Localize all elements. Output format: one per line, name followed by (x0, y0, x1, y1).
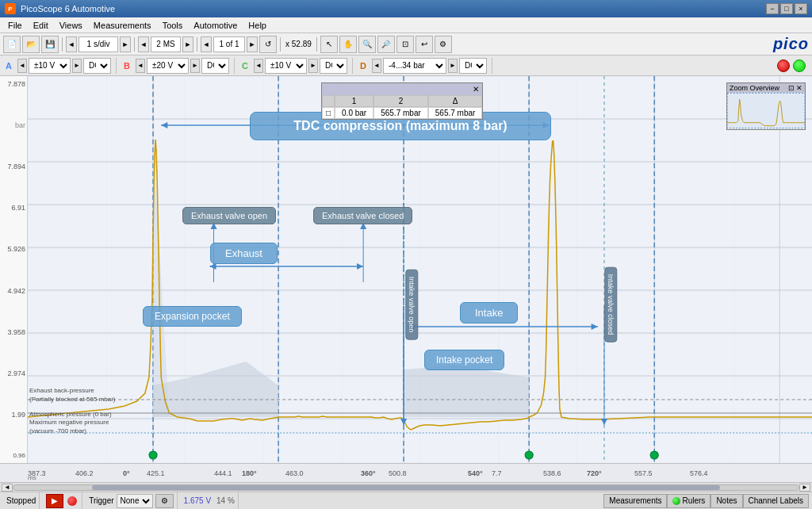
scroll-right[interactable]: ► (799, 484, 810, 492)
page-next[interactable]: ► (247, 36, 258, 52)
timebase-next[interactable]: ► (120, 36, 131, 52)
pico-logo: pico (773, 35, 809, 53)
ch-c-left[interactable]: ◄ (254, 59, 263, 73)
trigger-settings[interactable]: ⚙ (155, 494, 174, 508)
ch-d-right[interactable]: ► (448, 59, 458, 73)
samples-input[interactable]: 2 MS (151, 36, 181, 52)
play-button[interactable]: ▶ (46, 494, 63, 508)
chart-scrollbar[interactable]: ◄ ► (0, 482, 812, 492)
scroll-left[interactable]: ◄ (2, 484, 13, 492)
timebase-input[interactable]: 1 s/div (79, 36, 118, 52)
menu-tools[interactable]: Tools (158, 19, 188, 32)
svg-point-46 (149, 451, 157, 459)
y-label-0: 7.878 (2, 80, 25, 88)
minimize-button[interactable]: − (766, 3, 779, 14)
page-input[interactable]: 1 of 1 (213, 36, 245, 52)
new-button[interactable]: 📄 (3, 36, 21, 53)
ruler-popup: ✕ 1 2 Δ □ 0.0 bar 565.7 mbar 565.7 mbar (321, 82, 483, 120)
ch-a-voltage[interactable]: ±10 V (29, 58, 71, 74)
x-tick-180deg: 180° (242, 469, 257, 477)
x-tick-0deg: 0° (123, 469, 130, 477)
zoom-overview-panel: Zoom Overview ⊡ ✕ (726, 82, 806, 130)
ch-c-voltage[interactable]: ±10 V (265, 58, 307, 74)
zoom-out[interactable]: 🔎 (377, 36, 395, 53)
ruler-col0 (322, 95, 335, 107)
timebase-prev[interactable]: ◄ (66, 36, 77, 52)
x-tick-406: 406.2 (75, 469, 94, 477)
settings[interactable]: ⚙ (435, 36, 452, 53)
ruler-col1: 1 (335, 95, 373, 107)
save-button[interactable]: 💾 (41, 36, 59, 53)
channel-c-label: C (239, 61, 252, 71)
zoom-fit[interactable]: ⊡ (396, 36, 414, 53)
channel-labels-tab[interactable]: Channel Labels (743, 494, 810, 508)
menu-edit[interactable]: Edit (29, 19, 53, 32)
led-green[interactable] (793, 59, 806, 72)
expansion-annotation: Expansion pocket (143, 306, 242, 327)
ruler-val3: 565.7 mbar (428, 107, 483, 119)
trigger-select[interactable]: None (117, 494, 153, 508)
ch-b-right[interactable]: ► (190, 59, 200, 73)
ch-a-right[interactable]: ► (72, 59, 82, 73)
y-label-6: 2.974 (2, 369, 25, 377)
main-chart-area: 7.878 bar 7.894 6.91 5.926 4.942 3.958 2… (0, 76, 812, 463)
channel-b-label: B (121, 61, 134, 71)
x-tick-500: 500.8 (389, 469, 407, 477)
separator-1 (62, 37, 63, 52)
zoom-title: Zoom Overview (730, 84, 779, 92)
maximize-button[interactable]: □ (780, 3, 793, 14)
ch-b-coupling[interactable]: DC (201, 58, 229, 74)
ch-c-coupling[interactable]: DC (320, 58, 347, 74)
ruler-row-label: □ (322, 107, 335, 119)
zoom-close[interactable]: ✕ (796, 84, 802, 92)
ch-d-voltage[interactable]: -4...34 bar (383, 58, 446, 74)
x-tick-538: 538.6 (543, 469, 561, 477)
samples-prev[interactable]: ◄ (138, 36, 149, 52)
menu-measurements[interactable]: Measurements (89, 19, 156, 32)
scrollbar-track[interactable] (13, 484, 799, 491)
led-red[interactable] (777, 59, 790, 72)
rulers-tab[interactable]: Rulers (667, 494, 710, 508)
zoom-in[interactable]: 🔍 (358, 36, 376, 53)
exhaust-valve-closed-annotation: Exhaust valve closed (313, 207, 412, 224)
ch-d-left[interactable]: ◄ (372, 59, 381, 73)
menu-automotive[interactable]: Automotive (189, 19, 242, 32)
ruler-close[interactable]: ✕ (473, 85, 479, 94)
samples-next[interactable]: ► (182, 36, 193, 52)
undo-zoom[interactable]: ↩ (416, 36, 433, 53)
scrollbar-thumb[interactable] (92, 485, 720, 490)
ch-a-left[interactable]: ◄ (17, 59, 27, 73)
close-button[interactable]: × (795, 3, 807, 14)
title-bar: P PicoScope 6 Automotive − □ × (0, 0, 812, 17)
cursor-select[interactable]: ↖ (320, 36, 338, 53)
refresh-button[interactable]: ↺ (259, 36, 277, 53)
y-label-5: 3.958 (2, 328, 25, 336)
zoom-panel-body (727, 93, 805, 128)
open-button[interactable]: 📂 (22, 36, 40, 53)
zoom-detach[interactable]: ⊡ (788, 84, 795, 92)
cursor-hand[interactable]: ✋ (339, 36, 357, 53)
ruler-header[interactable]: ✕ (322, 83, 482, 95)
measurements-tab[interactable]: Measurements (603, 494, 667, 508)
toolbar: 📄 📂 💾 ◄ 1 s/div ► ◄ 2 MS ► ◄ 1 of 1 ► ↺ … (0, 33, 812, 55)
channel-d-label: D (358, 61, 370, 71)
separator-2 (134, 37, 135, 52)
ch-b-voltage[interactable]: ±20 V (147, 58, 189, 74)
menu-views[interactable]: Views (55, 19, 87, 32)
notes-tab[interactable]: Notes (710, 494, 742, 508)
ch-c-right[interactable]: ► (308, 59, 318, 73)
x-tick-720deg: 720° (587, 469, 602, 477)
chart-canvas[interactable]: ✕ 1 2 Δ □ 0.0 bar 565.7 mbar 565.7 mbar … (28, 76, 812, 463)
ch-a-coupling[interactable]: DC (83, 58, 111, 74)
status-voltage: 1.675 V (184, 496, 211, 505)
x-tick-7: 7.7 (492, 469, 502, 477)
channel-a-group: A ◄ ±10 V ► DC (3, 58, 117, 74)
menu-help[interactable]: Help (243, 19, 271, 32)
ch-d-coupling[interactable]: DC (459, 58, 487, 74)
intake-annotation: Intake (460, 302, 518, 323)
page-prev[interactable]: ◄ (201, 36, 212, 52)
menu-file[interactable]: File (3, 19, 27, 32)
exhaust-annotation: Exhaust (210, 243, 278, 264)
ch-b-left[interactable]: ◄ (136, 59, 145, 73)
status-bar: Stopped ▶ Trigger None ⚙ 1.675 V 14 % Me… (0, 492, 812, 509)
